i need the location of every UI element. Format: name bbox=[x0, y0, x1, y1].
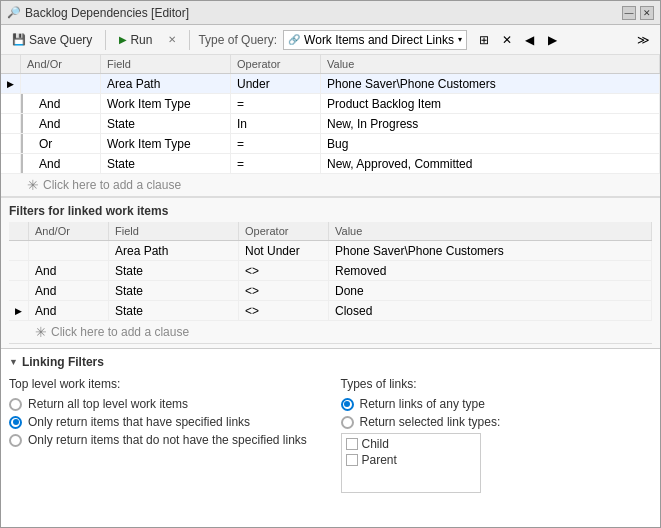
table-row[interactable]: And State = New, Approved, Committed bbox=[1, 154, 660, 174]
table-row[interactable]: Area Path Not Under Phone Saver\Phone Cu… bbox=[9, 241, 652, 261]
radio-only-without-links[interactable]: Only return items that do not have the s… bbox=[9, 433, 321, 447]
content-area: And/Or Field Operator Value ▶ Area Path … bbox=[1, 55, 660, 527]
row-value: Product Backlog Item bbox=[321, 94, 660, 113]
title-bar: 🔎 Backlog Dependencies [Editor] — ✕ bbox=[1, 1, 660, 25]
frow-value: Done bbox=[329, 281, 652, 300]
radio-label-3: Only return items that do not have the s… bbox=[28, 433, 307, 447]
icon-btn-3[interactable]: ◀ bbox=[519, 29, 541, 51]
link-types-listbox[interactable]: Child Parent bbox=[341, 433, 481, 493]
run-button[interactable]: ▶ Run bbox=[114, 31, 157, 49]
frow-field: State bbox=[109, 301, 239, 320]
fheader-indicator bbox=[9, 222, 29, 240]
linking-header: ▼ Linking Filters bbox=[9, 355, 652, 369]
frow-value: Removed bbox=[329, 261, 652, 280]
query-type-value: Work Items and Direct Links bbox=[304, 33, 454, 47]
radio-label-2: Only return items that have specified li… bbox=[28, 415, 250, 429]
table-row[interactable]: And State In New, In Progress bbox=[1, 114, 660, 134]
minimize-button[interactable]: — bbox=[622, 6, 636, 20]
table-row[interactable]: And State <> Done bbox=[9, 281, 652, 301]
overflow-button[interactable]: ≫ bbox=[632, 29, 654, 51]
row-andor: Or bbox=[21, 134, 101, 153]
window-title: Backlog Dependencies [Editor] bbox=[25, 6, 618, 20]
row-operator: = bbox=[231, 94, 321, 113]
row-indicator bbox=[1, 114, 21, 133]
frow-field: State bbox=[109, 261, 239, 280]
checkbox-child[interactable]: Child bbox=[344, 436, 478, 452]
add-clause-label: Click here to add a clause bbox=[43, 178, 181, 192]
checkbox-child-label: Child bbox=[362, 437, 389, 451]
table-row[interactable]: ▶ And State <> Closed bbox=[9, 301, 652, 321]
add-clause-filters[interactable]: ✳ Click here to add a clause bbox=[9, 321, 652, 344]
table-row[interactable]: And Work Item Type = Product Backlog Ite… bbox=[1, 94, 660, 114]
save-query-button[interactable]: 💾 Save Query bbox=[7, 31, 97, 49]
frow-field: State bbox=[109, 281, 239, 300]
fheader-andor: And/Or bbox=[29, 222, 109, 240]
row-indicator: ▶ bbox=[1, 74, 21, 93]
row-value: Phone Saver\Phone Customers bbox=[321, 74, 660, 93]
row-field: Work Item Type bbox=[101, 134, 231, 153]
icon-btn-2[interactable]: ✕ bbox=[496, 29, 518, 51]
row-value: New, Approved, Committed bbox=[321, 154, 660, 173]
frow-indicator bbox=[9, 261, 29, 280]
linking-filters-section: ▼ Linking Filters Top level work items: … bbox=[1, 348, 660, 499]
icon-btn-1[interactable]: ⊞ bbox=[473, 29, 495, 51]
radio-circle-1 bbox=[9, 398, 22, 411]
top-level-title: Top level work items: bbox=[9, 377, 321, 391]
linking-body: Top level work items: Return all top lev… bbox=[9, 377, 652, 493]
fheader-field: Field bbox=[109, 222, 239, 240]
row-operator: = bbox=[231, 154, 321, 173]
top-level-col: Top level work items: Return all top lev… bbox=[9, 377, 321, 493]
window-icon: 🔎 bbox=[7, 6, 21, 19]
table-row[interactable]: And State <> Removed bbox=[9, 261, 652, 281]
frow-operator: Not Under bbox=[239, 241, 329, 260]
query-type-dropdown[interactable]: 🔗 Work Items and Direct Links ▾ bbox=[283, 30, 467, 50]
frow-andor: And bbox=[29, 261, 109, 280]
radio-any-type[interactable]: Return links of any type bbox=[341, 397, 653, 411]
frow-value: Phone Saver\Phone Customers bbox=[329, 241, 652, 260]
radio-circle-3 bbox=[9, 434, 22, 447]
collapse-icon[interactable]: ▼ bbox=[9, 357, 18, 367]
radio-label-1: Return all top level work items bbox=[28, 397, 188, 411]
checkbox-parent-box bbox=[346, 454, 358, 466]
frow-indicator bbox=[9, 241, 29, 260]
toolbar-right: ≫ bbox=[632, 29, 654, 51]
table-row[interactable]: Or Work Item Type = Bug bbox=[1, 134, 660, 154]
row-field: State bbox=[101, 154, 231, 173]
cancel-button[interactable]: ✕ bbox=[163, 32, 181, 47]
close-button[interactable]: ✕ bbox=[640, 6, 654, 20]
frow-operator: <> bbox=[239, 281, 329, 300]
radio-return-all[interactable]: Return all top level work items bbox=[9, 397, 321, 411]
header-value: Value bbox=[321, 55, 660, 73]
frow-andor: And bbox=[29, 281, 109, 300]
frow-indicator bbox=[9, 281, 29, 300]
row-operator: = bbox=[231, 134, 321, 153]
row-andor: And bbox=[21, 114, 101, 133]
header-field: Field bbox=[101, 55, 231, 73]
filters-title: Filters for linked work items bbox=[9, 204, 652, 218]
radio-circle-2 bbox=[9, 416, 22, 429]
row-arrow: ▶ bbox=[7, 79, 14, 89]
icon-btn-4[interactable]: ▶ bbox=[542, 29, 564, 51]
toolbar: 💾 Save Query ▶ Run ✕ Type of Query: 🔗 Wo… bbox=[1, 25, 660, 55]
frow-operator: <> bbox=[239, 261, 329, 280]
types-of-links-col: Types of links: Return links of any type… bbox=[341, 377, 653, 493]
filters-table: And/Or Field Operator Value Area Path No… bbox=[9, 222, 652, 344]
separator-1 bbox=[105, 30, 106, 50]
checkbox-parent-label: Parent bbox=[362, 453, 397, 467]
fheader-operator: Operator bbox=[239, 222, 329, 240]
frow-field: Area Path bbox=[109, 241, 239, 260]
radio-selected-types[interactable]: Return selected link types: bbox=[341, 415, 653, 429]
add-icon: ✳ bbox=[27, 177, 39, 193]
header-indicator bbox=[1, 55, 21, 73]
header-andor: And/Or bbox=[21, 55, 101, 73]
frow-operator: <> bbox=[239, 301, 329, 320]
table-row[interactable]: ▶ Area Path Under Phone Saver\Phone Cust… bbox=[1, 74, 660, 94]
frow-andor: And bbox=[29, 301, 109, 320]
query-type-icon: 🔗 bbox=[288, 34, 300, 45]
row-operator: In bbox=[231, 114, 321, 133]
radio-only-with-links[interactable]: Only return items that have specified li… bbox=[9, 415, 321, 429]
frow-indicator: ▶ bbox=[9, 301, 29, 320]
checkbox-parent[interactable]: Parent bbox=[344, 452, 478, 468]
add-clause-main[interactable]: ✳ Click here to add a clause bbox=[1, 174, 660, 197]
main-table: And/Or Field Operator Value ▶ Area Path … bbox=[1, 55, 660, 197]
